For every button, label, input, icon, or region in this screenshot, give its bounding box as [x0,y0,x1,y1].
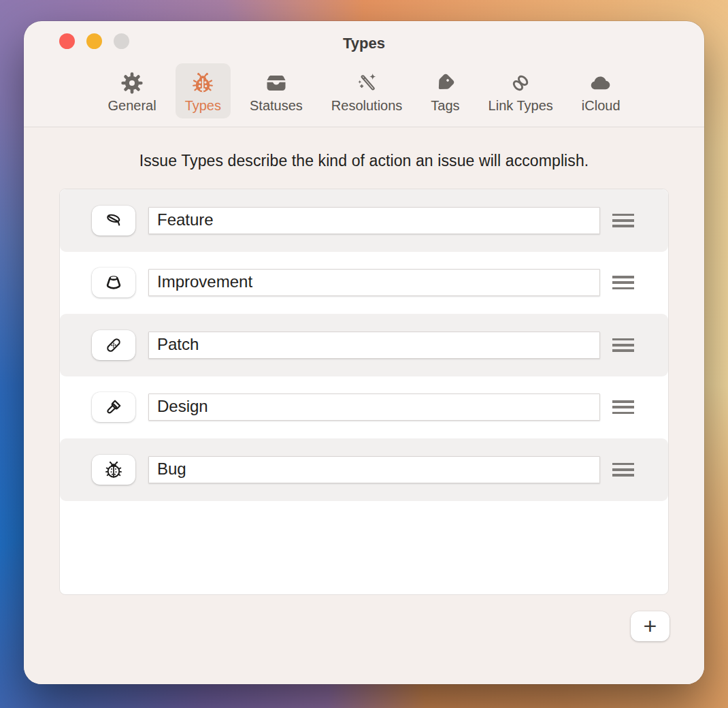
tab-icloud[interactable]: iCloud [572,63,630,118]
type-row-feature [60,189,668,252]
tab-resolutions[interactable]: Resolutions [322,63,412,118]
type-name-input[interactable] [148,393,600,421]
tab-label: Link Types [489,98,553,114]
traffic-lights [59,33,129,49]
desktop-wallpaper: Types General Types Statuses [0,0,728,708]
tray-icon [264,69,288,97]
zoom-button[interactable] [114,33,129,49]
type-row-improvement [60,252,668,315]
type-icon-button[interactable] [92,330,135,360]
type-icon-button[interactable] [92,268,135,297]
cloud-icon [589,69,613,97]
close-button[interactable] [59,33,75,49]
drag-handle-icon[interactable] [612,463,634,477]
add-type-button[interactable]: + [631,611,669,641]
type-name-input[interactable] [148,269,600,296]
type-name-input[interactable] [148,332,600,359]
content-area: Issue Types describe the kind of action … [24,127,704,684]
description-text: Issue Types describe the kind of action … [37,152,691,170]
tab-label: Types [185,98,221,114]
plus-icon: + [644,614,657,637]
wand-stars-icon [354,69,379,97]
thimble-icon [103,272,124,293]
toolbar: General Types Statuses Resolutions [24,61,704,127]
tag-icon [433,69,457,97]
type-icon-button[interactable] [92,392,135,422]
tab-label: Resolutions [331,98,403,114]
tab-tags[interactable]: Tags [421,63,469,118]
type-icon-button[interactable] [92,455,135,485]
type-row-design [60,376,668,439]
type-row-bug [60,438,668,501]
drag-handle-icon[interactable] [612,214,634,227]
tab-statuses[interactable]: Statuses [240,63,312,118]
ladybug-outline-icon [103,460,124,480]
ladybug-icon [191,69,215,97]
preferences-window: Types General Types Statuses [24,21,704,684]
type-name-input[interactable] [148,207,600,234]
titlebar: Types [24,21,704,61]
issue-types-list [59,189,669,595]
leaf-icon [103,210,124,231]
tab-label: iCloud [582,98,621,114]
bandage-icon [103,335,124,355]
paintbrush-icon [103,397,124,417]
type-name-input[interactable] [148,456,600,483]
drag-handle-icon[interactable] [612,338,634,352]
tab-link-types[interactable]: Link Types [479,63,563,118]
gear-icon [120,69,144,97]
drag-handle-icon[interactable] [612,276,634,289]
tab-label: Tags [431,98,459,114]
chain-link-icon [508,69,533,97]
tab-general[interactable]: General [98,63,165,118]
type-row-patch [60,314,668,376]
drag-handle-icon[interactable] [612,400,634,414]
tab-label: General [107,98,156,114]
type-icon-button[interactable] [92,206,135,236]
tab-label: Statuses [250,98,303,114]
tab-types[interactable]: Types [176,63,231,118]
minimize-button[interactable] [86,33,102,49]
